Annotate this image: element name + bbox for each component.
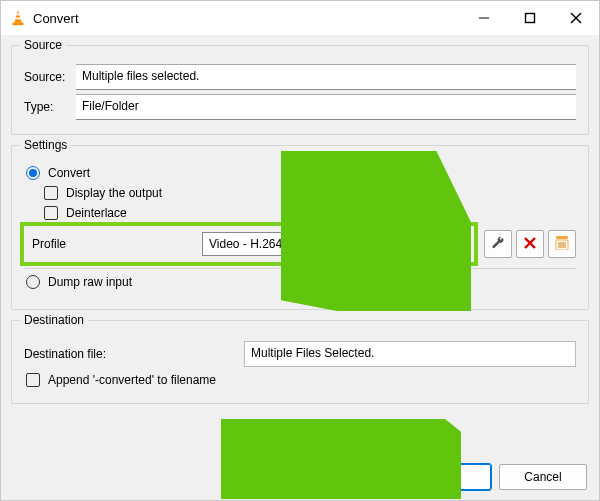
settings-group: Settings Convert Display the output Dein… bbox=[11, 145, 589, 310]
destination-group: Destination Destination file: Multiple F… bbox=[11, 320, 589, 404]
dialog-buttons: Start Cancel bbox=[395, 464, 587, 490]
convert-option[interactable]: Convert bbox=[24, 166, 576, 180]
new-profile-icon bbox=[555, 236, 569, 253]
close-button[interactable] bbox=[553, 1, 599, 35]
convert-label: Convert bbox=[48, 166, 90, 180]
maximize-icon bbox=[524, 12, 536, 24]
append-converted-label: Append '-converted' to filename bbox=[48, 373, 216, 387]
convert-radio[interactable] bbox=[26, 166, 40, 180]
new-profile-button[interactable] bbox=[548, 230, 576, 258]
edit-profile-button[interactable] bbox=[484, 230, 512, 258]
svg-rect-1 bbox=[15, 14, 20, 16]
destination-file-label: Destination file: bbox=[24, 347, 244, 361]
profile-value: Video - H.264 + MP3 (MP4) bbox=[209, 237, 357, 251]
start-button[interactable]: Start bbox=[403, 464, 491, 490]
close-icon bbox=[570, 12, 582, 24]
delete-profile-button[interactable] bbox=[516, 230, 544, 258]
type-label: Type: bbox=[24, 100, 74, 114]
type-value: File/Folder bbox=[76, 94, 576, 120]
chevron-down-icon bbox=[451, 237, 461, 251]
append-converted-checkbox[interactable] bbox=[26, 373, 40, 387]
append-converted-option[interactable]: Append '-converted' to filename bbox=[24, 373, 576, 387]
minimize-icon bbox=[478, 12, 490, 24]
start-button-label: Start bbox=[434, 470, 459, 484]
minimize-button[interactable] bbox=[461, 1, 507, 35]
window-controls bbox=[461, 1, 599, 35]
svg-marker-8 bbox=[451, 242, 461, 248]
destination-group-title: Destination bbox=[20, 313, 88, 327]
convert-window: Convert Source Source: Multiple files se… bbox=[0, 0, 600, 501]
title-bar: Convert bbox=[1, 1, 599, 35]
svg-rect-3 bbox=[13, 23, 24, 26]
profile-combo[interactable]: Video - H.264 + MP3 (MP4) bbox=[202, 232, 466, 256]
source-group-title: Source bbox=[20, 38, 66, 52]
svg-rect-5 bbox=[526, 14, 535, 23]
display-output-checkbox[interactable] bbox=[44, 186, 58, 200]
cancel-button[interactable]: Cancel bbox=[499, 464, 587, 490]
dump-raw-option[interactable]: Dump raw input bbox=[24, 275, 576, 289]
cancel-button-label: Cancel bbox=[524, 470, 561, 484]
source-value: Multiple files selected. bbox=[76, 64, 576, 90]
settings-separator bbox=[24, 268, 576, 269]
display-output-option[interactable]: Display the output bbox=[42, 186, 576, 200]
deinterlace-label: Deinterlace bbox=[66, 206, 127, 220]
maximize-button[interactable] bbox=[507, 1, 553, 35]
window-title: Convert bbox=[33, 11, 79, 26]
svg-rect-11 bbox=[556, 236, 568, 239]
deinterlace-option[interactable]: Deinterlace bbox=[42, 206, 576, 220]
dump-raw-radio[interactable] bbox=[26, 275, 40, 289]
svg-marker-0 bbox=[14, 10, 21, 23]
vlc-cone-icon bbox=[9, 9, 27, 27]
wrench-icon bbox=[491, 236, 505, 253]
dump-raw-label: Dump raw input bbox=[48, 275, 132, 289]
destination-file-value: Multiple Files Selected. bbox=[244, 341, 576, 367]
settings-group-title: Settings bbox=[20, 138, 71, 152]
display-output-label: Display the output bbox=[66, 186, 162, 200]
profile-highlight: Profile Video - H.264 + MP3 (MP4) bbox=[24, 226, 474, 262]
svg-line-19 bbox=[236, 431, 416, 469]
deinterlace-checkbox[interactable] bbox=[44, 206, 58, 220]
delete-icon bbox=[524, 237, 536, 252]
profile-label: Profile bbox=[32, 237, 202, 251]
source-group: Source Source: Multiple files selected. … bbox=[11, 45, 589, 135]
source-label: Source: bbox=[24, 70, 74, 84]
svg-rect-2 bbox=[15, 18, 21, 20]
profile-row: Profile Video - H.264 + MP3 (MP4) bbox=[24, 226, 576, 262]
